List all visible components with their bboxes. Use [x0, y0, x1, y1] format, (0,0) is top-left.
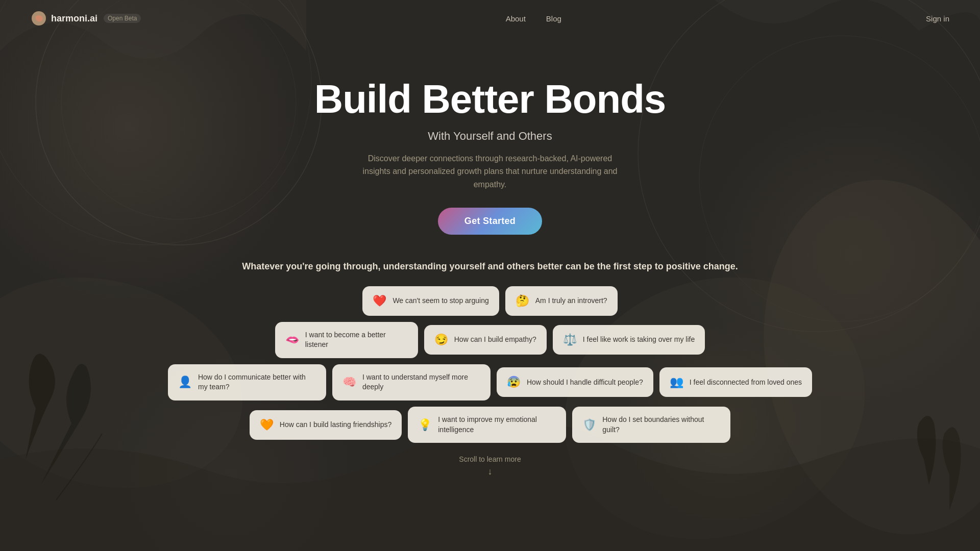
team-icon: 👤 — [178, 375, 192, 389]
card-arguing[interactable]: ❤️ We can't seem to stop arguing — [362, 286, 499, 316]
empathy-icon: 😏 — [434, 333, 448, 346]
hero-description: Discover deeper connections through rese… — [357, 152, 623, 191]
brain-icon: 🧠 — [342, 375, 356, 389]
nav-links: About Blog — [506, 14, 561, 23]
card-difficult-people[interactable]: 😰 How should I handle difficult people? — [497, 367, 653, 397]
card-work-life[interactable]: ⚖️ I feel like work is taking over my li… — [553, 325, 705, 355]
card-text-listener: I want to become a better listener — [305, 330, 408, 350]
blog-link[interactable]: Blog — [546, 14, 561, 23]
about-link[interactable]: About — [506, 14, 526, 23]
tagline-text: Whatever you're going through, understan… — [242, 261, 738, 271]
lightbulb-icon: 💡 — [418, 418, 432, 432]
people-icon: 👥 — [670, 375, 683, 389]
card-text-boundaries: How do I set boundaries without guilt? — [602, 415, 720, 435]
hero-title: Build Better Bonds — [0, 78, 980, 121]
card-listener[interactable]: 🫦 I want to become a better listener — [275, 322, 418, 358]
card-text-disconnected: I feel disconnected from loved ones — [690, 378, 802, 388]
card-text-friendships: How can I build lasting friendships? — [280, 420, 391, 430]
card-introvert[interactable]: 🤔 Am I truly an introvert? — [505, 286, 618, 316]
logo-icon — [31, 10, 47, 27]
cards-row-3: 👤 How do I communicate better with my te… — [168, 364, 812, 400]
card-text-communicate-team: How do I communicate better with my team… — [198, 372, 316, 392]
sign-in-button[interactable]: Sign in — [926, 14, 949, 23]
hero-section: Build Better Bonds With Yourself and Oth… — [0, 37, 980, 235]
card-text-arguing: We can't seem to stop arguing — [393, 296, 488, 306]
card-boundaries[interactable]: 🛡️ How do I set boundaries without guilt… — [572, 407, 730, 443]
logo-area[interactable]: harmoni.ai Open Beta — [31, 10, 141, 27]
card-text-understand-self: I want to understand myself more deeply — [362, 372, 480, 392]
shield-icon: 🛡️ — [582, 418, 596, 432]
anxious-icon: 😰 — [507, 375, 521, 389]
card-text-difficult-people: How should I handle difficult people? — [527, 378, 643, 388]
get-started-button[interactable]: Get Started — [438, 208, 542, 235]
card-empathy[interactable]: 😏 How can I build empathy? — [424, 325, 547, 355]
heart-icon: ❤️ — [373, 294, 386, 308]
beta-badge: Open Beta — [104, 14, 141, 23]
cards-row-1: ❤️ We can't seem to stop arguing 🤔 Am I … — [362, 286, 617, 316]
card-understand-self[interactable]: 🧠 I want to understand myself more deepl… — [332, 364, 491, 400]
balance-icon: ⚖️ — [563, 333, 577, 346]
card-text-work-life: I feel like work is taking over my life — [583, 335, 695, 345]
thinking-icon: 🤔 — [516, 294, 529, 308]
navbar: harmoni.ai Open Beta About Blog Sign in — [0, 0, 980, 37]
scroll-label: Scroll to learn more — [459, 455, 521, 463]
cards-area: ❤️ We can't seem to stop arguing 🤔 Am I … — [0, 286, 980, 443]
cards-row-2: 🫦 I want to become a better listener 😏 H… — [275, 322, 705, 358]
card-text-empathy: How can I build empathy? — [454, 335, 536, 345]
card-text-introvert: Am I truly an introvert? — [535, 296, 607, 306]
logo-text: harmoni.ai — [51, 13, 97, 24]
card-friendships[interactable]: 🧡 How can I build lasting friendships? — [250, 410, 402, 440]
hero-subtitle: With Yourself and Others — [0, 130, 980, 143]
scroll-indicator: Scroll to learn more ↓ — [0, 455, 980, 477]
tagline: Whatever you're going through, understan… — [0, 261, 980, 272]
card-text-emotional-intelligence: I want to improve my emotional intellige… — [438, 415, 556, 435]
card-disconnected[interactable]: 👥 I feel disconnected from loved ones — [659, 367, 812, 397]
listener-icon: 🫦 — [285, 333, 299, 346]
cards-row-4: 🧡 How can I build lasting friendships? 💡… — [250, 407, 730, 443]
card-communicate-team[interactable]: 👤 How do I communicate better with my te… — [168, 364, 326, 400]
card-emotional-intelligence[interactable]: 💡 I want to improve my emotional intelli… — [408, 407, 566, 443]
scroll-arrow-icon: ↓ — [0, 466, 980, 477]
friendship-icon: 🧡 — [260, 418, 274, 432]
